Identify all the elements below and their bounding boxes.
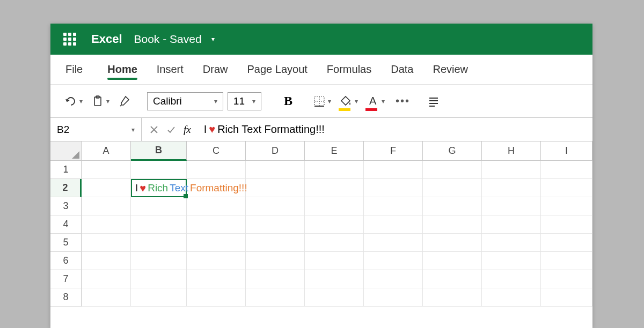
column-header[interactable]: C [187, 141, 246, 161]
app-launcher-icon[interactable] [63, 33, 76, 46]
chevron-down-icon: ▾ [131, 126, 135, 133]
ribbon-toolbar: ▾ ▾ Calibri ▾ 11 ▾ B ▾ [50, 85, 592, 118]
svg-text:A: A [369, 95, 377, 107]
chevron-down-icon: ▾ [328, 98, 331, 105]
cell-text-formatting: Formatting!!! [190, 182, 247, 194]
cancel-icon[interactable] [149, 125, 159, 135]
heart-icon: ♥ [209, 123, 215, 136]
fill-color-button[interactable]: ▾ [338, 93, 360, 110]
app-name: Excel [91, 32, 122, 46]
row-headers: 1 2 3 4 5 6 7 8 [50, 161, 82, 307]
align-button[interactable] [425, 93, 442, 110]
tab-insert[interactable]: Insert [147, 55, 193, 84]
align-icon [427, 95, 440, 108]
formula-text-tail: Rich Text Formatting!!! [217, 123, 325, 136]
chevron-down-icon: ▾ [106, 98, 109, 105]
title-bar: Excel Book - Saved ▾ [50, 24, 592, 55]
chevron-down-icon: ▾ [382, 98, 385, 105]
column-header[interactable]: D [246, 141, 305, 161]
cell-content: I ♥ Rich Text Formatting!!! [131, 179, 247, 197]
row-header[interactable]: 4 [50, 215, 82, 234]
chevron-down-icon: ▾ [355, 98, 358, 105]
column-header[interactable]: G [423, 141, 482, 161]
cell-text-text: Text [170, 182, 188, 194]
font-color-icon: A [367, 95, 379, 108]
document-name[interactable]: Book - Saved [134, 33, 202, 46]
formula-text-i: I [204, 123, 207, 136]
row-header[interactable]: 2 [50, 179, 82, 197]
column-header[interactable]: A [82, 141, 131, 161]
font-color-swatch [365, 108, 377, 111]
tab-formulas[interactable]: Formulas [317, 55, 381, 84]
row-header[interactable]: 5 [50, 234, 82, 252]
row-header[interactable]: 8 [50, 288, 82, 307]
confirm-icon[interactable] [166, 125, 176, 135]
select-all-button[interactable] [50, 141, 82, 161]
chevron-down-icon: ▾ [79, 98, 83, 105]
paintbrush-icon [118, 95, 131, 108]
font-color-button[interactable]: A ▾ [364, 93, 387, 110]
grid-body: 1 2 3 4 5 6 7 8 I ♥ Rich [50, 161, 592, 307]
tab-file[interactable]: File [65, 55, 92, 84]
borders-icon [313, 95, 326, 108]
row-header[interactable]: 1 [50, 161, 82, 179]
cell-text-i: I [135, 182, 138, 194]
tab-review[interactable]: Review [423, 55, 478, 84]
formula-controls: fx [142, 124, 199, 136]
chevron-down-icon[interactable]: ▾ [211, 35, 215, 43]
heart-icon: ♥ [140, 182, 146, 195]
undo-button[interactable]: ▾ [62, 93, 85, 110]
tab-page-layout[interactable]: Page Layout [238, 55, 317, 84]
borders-button[interactable]: ▾ [311, 93, 333, 110]
ribbon-tabs: File Home Insert Draw Page Layout Formul… [50, 55, 592, 85]
cell-text-rich: Rich [148, 182, 168, 194]
tab-data[interactable]: Data [381, 55, 423, 84]
tab-draw[interactable]: Draw [193, 55, 238, 84]
chevron-down-icon: ▾ [252, 98, 255, 105]
font-size-value: 11 [233, 95, 245, 107]
format-painter-button[interactable] [116, 93, 133, 110]
column-header[interactable]: B [131, 141, 187, 161]
formula-input[interactable]: I ♥ Rich Text Formatting!!! [199, 123, 330, 136]
row-header[interactable]: 3 [50, 197, 82, 215]
bold-button[interactable]: B [279, 94, 298, 108]
chevron-down-icon: ▾ [214, 98, 217, 105]
column-header[interactable]: F [364, 141, 423, 161]
column-header[interactable]: H [482, 141, 541, 161]
cell-grid[interactable]: I ♥ Rich Text Formatting!!! [82, 161, 592, 307]
fx-label[interactable]: fx [184, 124, 191, 136]
excel-app: Excel Book - Saved ▾ File Home Insert Dr… [50, 24, 592, 328]
column-headers: A B C D E F G H I [82, 141, 592, 161]
column-header[interactable]: I [541, 141, 592, 161]
tab-home[interactable]: Home [98, 55, 147, 84]
row-header[interactable]: 6 [50, 252, 82, 270]
name-box[interactable]: B2 ▾ [50, 118, 142, 141]
grid-header-row: A B C D E F G H I [50, 141, 592, 161]
clipboard-icon [91, 95, 104, 108]
font-family-select[interactable]: Calibri ▾ [147, 92, 223, 110]
formula-bar: B2 ▾ fx I ♥ Rich Text Formatting!!! [50, 118, 592, 141]
font-size-select[interactable]: 11 ▾ [228, 92, 261, 110]
column-header[interactable]: E [305, 141, 364, 161]
undo-icon [64, 95, 77, 108]
cell-reference: B2 [57, 124, 69, 136]
more-options-button[interactable]: ••• [396, 95, 410, 107]
paint-bucket-icon [340, 95, 353, 108]
row-header[interactable]: 7 [50, 270, 82, 288]
paste-button[interactable]: ▾ [89, 93, 112, 110]
font-family-value: Calibri [153, 95, 182, 107]
fill-color-swatch [339, 108, 350, 111]
